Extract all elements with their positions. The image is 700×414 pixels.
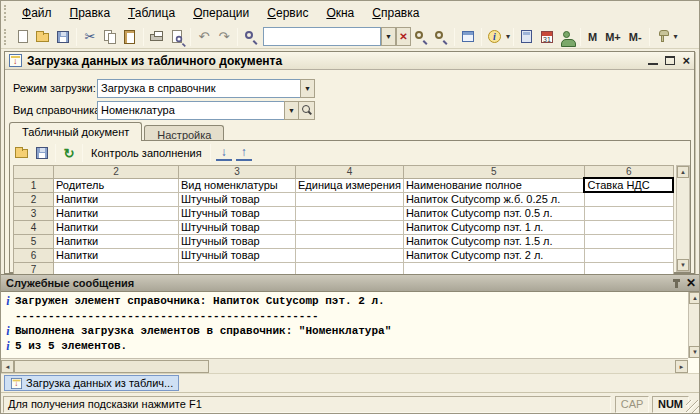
table-cell[interactable]: Единица измерения (296, 178, 404, 192)
minimize-icon[interactable] (648, 56, 658, 65)
column-header[interactable]: 2 (54, 166, 179, 179)
catalog-kind-lookup-button[interactable] (299, 101, 315, 120)
message-line[interactable]: ----------------------------------------… (1, 309, 688, 324)
messages-vertical-scrollbar[interactable]: ▲ ▼ (688, 292, 700, 358)
message-line[interactable]: i 5 из 5 элементов. (1, 339, 688, 354)
load-mode-value[interactable]: Загрузка в справочник (97, 79, 300, 98)
message-line[interactable]: i Выполнена загрузка элементов в справоч… (1, 324, 688, 339)
table-cell[interactable] (584, 220, 673, 234)
undo-icon[interactable]: ↶ (194, 27, 214, 47)
search-input[interactable] (263, 27, 381, 46)
new-window-icon[interactable] (458, 27, 478, 47)
table-cell[interactable]: Штучный товар (179, 248, 296, 262)
table-cell[interactable] (296, 220, 404, 234)
save-icon[interactable] (53, 27, 73, 47)
table-cell[interactable]: Вид номенклатуры (179, 178, 296, 192)
new-document-icon[interactable] (13, 27, 33, 47)
table-cell[interactable]: Напитки (54, 220, 179, 234)
memory-recall-button[interactable]: M (584, 29, 601, 45)
load-down-icon[interactable]: ↓ (214, 143, 234, 163)
paste-icon[interactable] (120, 27, 140, 47)
table-cell[interactable]: Наименование полное (403, 178, 584, 192)
cut-icon[interactable]: ✂ (80, 27, 100, 47)
window-title-bar[interactable]: Загрузка данных из табличного документа … (5, 52, 694, 70)
info-icon[interactable]: i (485, 27, 505, 47)
row-header[interactable]: 3 (14, 206, 54, 220)
calendar-icon[interactable] (537, 27, 557, 47)
open-icon[interactable] (33, 27, 53, 47)
table-cell[interactable] (584, 206, 673, 220)
wrench-dropdown-caret[interactable]: ▾ (674, 32, 678, 41)
fill-control-button[interactable]: Контроль заполнения (86, 145, 207, 161)
scroll-down-icon[interactable]: ▼ (689, 346, 700, 358)
scrollbar-thumb[interactable] (14, 360, 209, 373)
menu-edit[interactable]: Правка (61, 3, 120, 23)
scroll-down-icon[interactable]: ▼ (677, 259, 689, 271)
table-cell[interactable]: Штучный товар (179, 192, 296, 206)
resize-grip[interactable] (686, 400, 700, 414)
unload-up-icon[interactable]: ↑ (234, 143, 254, 163)
table-cell[interactable]: Напиток Cutycomp пэт. 1 л. (403, 220, 584, 234)
column-header[interactable]: 3 (179, 166, 296, 179)
tab-settings[interactable]: Настройка (144, 125, 224, 141)
scroll-up-icon[interactable]: ▲ (689, 292, 700, 304)
catalog-kind-value[interactable]: Номенклатура (97, 101, 284, 120)
print-icon[interactable] (147, 27, 167, 47)
close-icon[interactable]: × (682, 56, 690, 65)
tab-tabular-document[interactable]: Табличный документ (9, 122, 142, 141)
table-cell[interactable] (296, 248, 404, 262)
table-cell[interactable] (296, 234, 404, 248)
table-cell[interactable]: Напитки (54, 206, 179, 220)
save-file-icon[interactable] (32, 143, 52, 163)
column-header[interactable]: 6 (584, 166, 673, 179)
refresh-icon[interactable]: ↻ (59, 143, 79, 163)
table-cell[interactable]: Напиток Cutycomp пэт. 2 л. (403, 248, 584, 262)
find-previous-icon[interactable] (431, 27, 451, 47)
print-preview-icon[interactable] (167, 27, 187, 47)
copy-icon[interactable] (100, 27, 120, 47)
table-cell[interactable]: Напитки (54, 234, 179, 248)
row-header[interactable]: 6 (14, 248, 54, 262)
table-cell[interactable] (584, 234, 673, 248)
scroll-up-icon[interactable]: ▲ (677, 166, 689, 178)
menu-windows[interactable]: Окна (317, 3, 363, 23)
memory-add-button[interactable]: M+ (601, 29, 625, 45)
wrench-icon[interactable] (653, 27, 673, 47)
selected-cell[interactable]: Ставка НДС (584, 178, 673, 192)
toolbar-grip[interactable] (4, 29, 9, 45)
table-cell[interactable]: Напиток Cutycomp ж.б. 0.25 л. (403, 192, 584, 206)
calculator-icon[interactable] (517, 27, 537, 47)
scroll-left-icon[interactable]: ◄ (1, 360, 14, 373)
pin-icon[interactable] (675, 279, 678, 288)
toolbar-grip[interactable] (4, 5, 9, 21)
close-messages-icon[interactable]: ✕ (686, 276, 696, 290)
table-cell[interactable]: Штучный товар (179, 220, 296, 234)
table-cell[interactable] (296, 206, 404, 220)
memory-subtract-button[interactable]: M- (625, 29, 646, 45)
scroll-right-icon[interactable]: ► (675, 360, 688, 373)
find-icon[interactable] (241, 27, 261, 47)
search-dropdown-button[interactable]: ▼ (381, 27, 396, 46)
table-cell[interactable] (296, 192, 404, 206)
user-icon[interactable] (557, 27, 577, 47)
catalog-kind-dropdown-button[interactable]: ▼ (284, 101, 299, 120)
row-header[interactable]: 5 (14, 234, 54, 248)
table-cell[interactable]: Штучный товар (179, 234, 296, 248)
table-cell[interactable]: Штучный товар (179, 206, 296, 220)
table-vertical-scrollbar[interactable]: ▲ ▼ (676, 165, 690, 272)
maximize-icon[interactable] (665, 56, 675, 65)
redo-icon[interactable]: ↷ (214, 27, 234, 47)
table-cell[interactable] (584, 192, 673, 206)
table-cell[interactable]: Напиток Cutycomp пэт. 1.5 л. (403, 234, 584, 248)
corner-cell[interactable] (14, 166, 54, 179)
info-dropdown-caret[interactable]: ▾ (506, 32, 510, 41)
message-line[interactable]: i Загружен элемент справочника: Напиток … (1, 294, 688, 309)
table-cell[interactable]: Напитки (54, 248, 179, 262)
open-file-icon[interactable] (12, 143, 32, 163)
menu-operations[interactable]: Операции (184, 3, 258, 23)
row-header[interactable]: 4 (14, 220, 54, 234)
menu-table[interactable]: Таблица (119, 3, 184, 23)
row-header[interactable]: 1 (14, 178, 54, 192)
menu-help[interactable]: Справка (363, 3, 428, 23)
column-header[interactable]: 5 (403, 166, 584, 179)
